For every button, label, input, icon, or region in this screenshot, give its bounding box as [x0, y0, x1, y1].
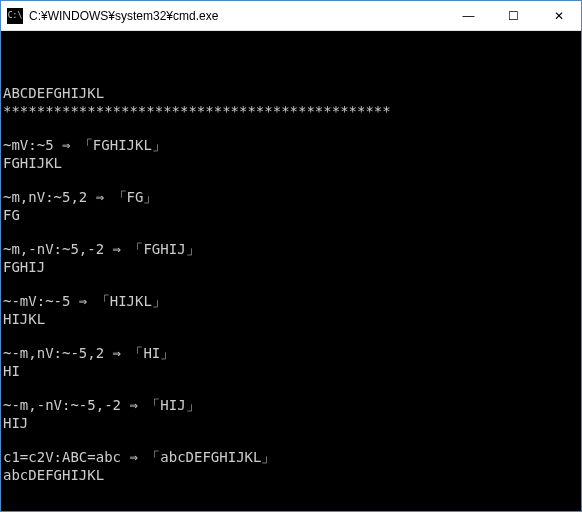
terminal-line — [3, 68, 579, 85]
terminal-line: abcDEFGHIJKL — [3, 467, 579, 485]
terminal-line: HIJ — [3, 415, 579, 433]
terminal-line: HIJKL — [3, 311, 579, 329]
window-titlebar: C:\ C:¥WINDOWS¥system32¥cmd.exe — ☐ ✕ — [1, 1, 581, 31]
terminal-line — [3, 328, 579, 345]
close-button[interactable]: ✕ — [536, 1, 581, 30]
terminal-line — [3, 484, 579, 501]
terminal-line — [3, 432, 579, 449]
terminal-line — [3, 276, 579, 293]
window-controls: — ☐ ✕ — [446, 1, 581, 30]
terminal-line: ~-m,-nV:~-5,-2 ⇒ 「HIJ」 — [3, 397, 579, 415]
terminal-line: ~mV:~5 ⇒ 「FGHIJKL」 — [3, 137, 579, 155]
minimize-button[interactable]: — — [446, 1, 491, 30]
terminal-line — [3, 172, 579, 189]
terminal-line — [3, 120, 579, 137]
terminal-line — [3, 224, 579, 241]
terminal-line — [3, 380, 579, 397]
terminal-output[interactable]: ABCDEFGHIJKL****************************… — [1, 31, 581, 511]
terminal-line: ~m,nV:~5,2 ⇒ 「FG」 — [3, 189, 579, 207]
terminal-line: FG — [3, 207, 579, 225]
terminal-line: ~-m,nV:~-5,2 ⇒ 「HI」 — [3, 345, 579, 363]
terminal-line: FGHIJKL — [3, 155, 579, 173]
cmd-icon: C:\ — [7, 8, 23, 24]
terminal-line: FGHIJ — [3, 259, 579, 277]
terminal-line: HI — [3, 363, 579, 381]
terminal-line: ****************************************… — [3, 103, 579, 121]
terminal-line: ABCDEFGHIJKL — [3, 85, 579, 103]
terminal-line: c1=c2V:ABC=abc ⇒ 「abcDEFGHIJKL」 — [3, 449, 579, 467]
maximize-button[interactable]: ☐ — [491, 1, 536, 30]
terminal-line: ~-mV:~-5 ⇒ 「HIJKL」 — [3, 293, 579, 311]
terminal-line: ~m,-nV:~5,-2 ⇒ 「FGHIJ」 — [3, 241, 579, 259]
window-title: C:¥WINDOWS¥system32¥cmd.exe — [29, 9, 446, 23]
